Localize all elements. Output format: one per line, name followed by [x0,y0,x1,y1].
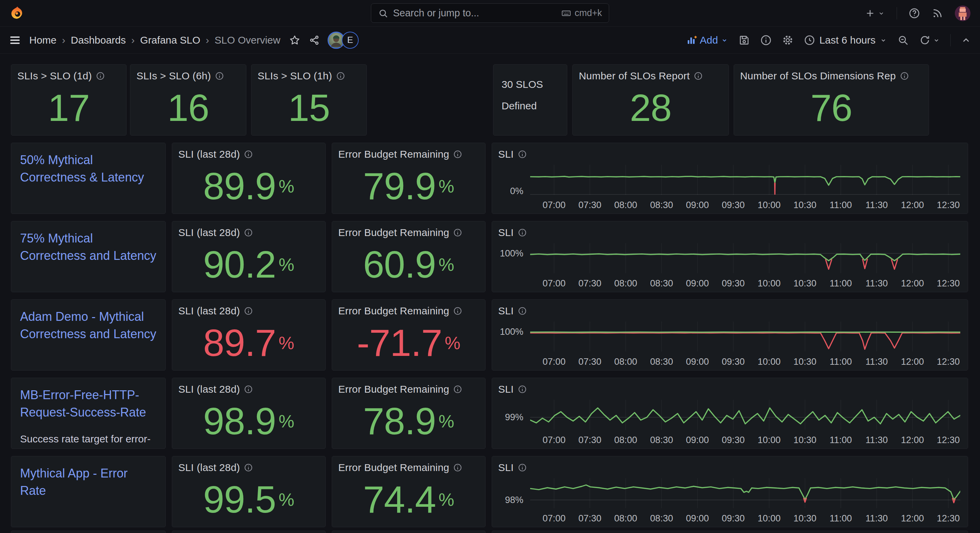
new-menu-button[interactable] [865,8,885,19]
mega-menu-toggle[interactable] [9,34,21,46]
info-icon[interactable] [453,306,462,315]
viewer-avatar-initial[interactable]: E [342,32,359,49]
info-icon[interactable] [244,306,253,315]
panel-title: SLI (last 28d) [178,462,240,473]
panel-error-budget-stat: Error Budget Remaining60.9% [332,221,485,292]
panel-sli-chart: SLI100%07:0007:3008:0008:3009:0009:3010:… [492,299,968,370]
slo-name-body: Adam Demo - Mythical Correctness and Lat… [11,300,165,351]
panel-stat-summary: SLIs > SLO (6h)16 [130,64,247,136]
panel-title: Error Budget Remaining [338,462,449,473]
stat-value-area: 60.9% [332,237,485,292]
panel-slo-name: Mythical App - Error Rate [11,456,166,527]
profile-avatar[interactable] [955,5,970,21]
info-icon[interactable] [694,72,703,80]
info-icon[interactable] [244,385,253,394]
panel-header: Number of SLOs Dimensions Rep [734,65,929,82]
slo-description: Success rate target for error-free HTTP … [20,430,156,449]
panel-partial-next-row [492,531,968,533]
info-icon[interactable] [453,463,462,472]
x-axis-tick-label: 08:30 [644,357,679,367]
x-axis-tick-label: 11:30 [859,278,894,289]
info-icon[interactable] [900,72,909,80]
x-axis: 07:0007:3008:0008:3009:0009:3010:0010:30… [530,435,960,447]
slo-name-body: Mythical App - Error Rate [11,456,165,507]
chart-area: 98% [498,478,962,508]
x-axis-tick-label: 10:00 [752,513,786,524]
info-icon[interactable] [518,463,527,472]
slo-link[interactable]: 50% Mythical Correctness & Latency [20,151,156,186]
save-dashboard-button[interactable] [738,34,750,46]
x-axis-tick-label: 11:00 [824,435,858,445]
x-axis-tick-label: 12:30 [931,200,966,211]
x-axis-tick-label: 11:30 [859,513,894,524]
x-axis-tick-label: 07:30 [573,513,607,524]
breadcrumb-item[interactable]: Home [29,34,56,46]
x-axis-tick-label: 10:30 [788,278,822,289]
panel-title: Error Budget Remaining [338,383,449,395]
x-axis: 07:0007:3008:0008:3009:0009:3010:0010:30… [530,513,960,525]
breadcrumb-item[interactable]: SLO Overview [215,34,280,46]
time-series-plot[interactable] [530,478,960,508]
chart-area: 0% [498,165,962,195]
info-icon[interactable] [518,150,527,159]
info-icon[interactable] [518,228,527,237]
info-icon[interactable] [244,463,253,472]
favorite-star-icon[interactable] [289,35,300,46]
panel-header: SLI (last 28d) [172,378,325,395]
info-icon[interactable] [244,228,253,237]
slo-link[interactable]: Mythical App - Error Rate [20,464,156,499]
time-series-plot[interactable] [530,400,960,430]
breadcrumb-item[interactable]: Dashboards [71,34,126,46]
stat-value-area: 17 [11,80,126,135]
add-panel-button[interactable]: Add [686,34,728,46]
info-icon[interactable] [336,72,345,80]
zoom-out-time-button[interactable] [897,34,909,46]
slo-link[interactable]: MB-Error-Free-HTTP-Request-Success-Rate [20,386,156,421]
x-axis-tick-label: 09:30 [716,357,750,367]
stat-value: 99.5 [203,480,276,519]
info-icon[interactable] [453,228,462,237]
x-axis-tick-label: 08:00 [609,200,643,211]
topbar-divider [897,7,897,19]
panel-sli-stat: SLI (last 28d)99.5% [172,456,326,527]
search-input[interactable]: Search or jump to... cmd+k [371,3,609,23]
text-panel-body: 30 SLOS Defined [493,65,567,125]
info-icon[interactable] [96,72,105,80]
info-icon[interactable] [453,385,462,394]
breadcrumb-item[interactable]: Grafana SLO [140,34,200,46]
time-series-plot[interactable] [530,165,960,195]
panel-title: Error Budget Remaining [338,227,449,238]
refresh-button[interactable] [919,34,940,46]
panel-sli-chart: SLI99%07:0007:3008:0008:3009:0009:3010:0… [492,378,968,449]
slo-link[interactable]: 75% Mythical Correctness and Latency [20,230,156,264]
collapse-toolbar-button[interactable] [961,35,971,45]
x-axis-tick-label: 10:30 [788,513,822,524]
panel-sli-stat: SLI (last 28d)89.9% [172,143,326,214]
share-icon[interactable] [309,35,320,46]
x-axis-tick-label: 07:30 [573,435,607,445]
stat-value-area: 74.4% [332,472,485,527]
time-series-plot[interactable] [530,243,960,273]
info-icon[interactable] [518,306,527,315]
time-series-plot[interactable] [530,321,960,351]
news-icon[interactable] [932,8,943,19]
x-axis-tick-label: 07:30 [573,278,607,289]
x-axis-tick-label: 08:00 [609,513,643,524]
time-range-picker[interactable]: Last 6 hours [804,34,887,46]
slo-link[interactable]: Adam Demo - Mythical Correctness and Lat… [20,308,156,343]
x-axis-tick-label: 11:00 [824,357,858,367]
stat-unit: % [439,176,454,196]
stat-value-area: -71.7% [332,315,485,370]
grafana-logo[interactable] [10,5,25,21]
info-icon[interactable] [453,150,462,159]
dashboard-info-button[interactable] [760,34,772,46]
help-button[interactable] [908,8,920,19]
stat-unit: % [445,333,460,353]
info-icon[interactable] [518,385,527,394]
x-axis-tick-label: 09:00 [681,357,714,367]
info-icon[interactable] [215,72,224,80]
x-axis-tick-label: 12:00 [896,513,930,524]
x-axis-tick-label: 11:00 [824,278,858,289]
dashboard-settings-button[interactable] [782,34,794,46]
info-icon[interactable] [244,150,253,159]
